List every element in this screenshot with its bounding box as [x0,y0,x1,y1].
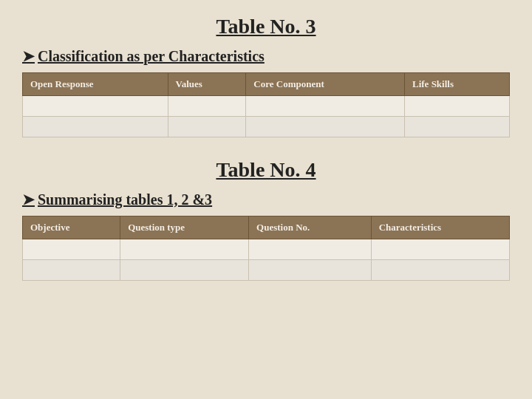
table4-section: Table No. 4 Summarising tables 1, 2 &3 O… [22,151,510,287]
table4-r2c2 [120,260,249,281]
table3-r2c3 [246,117,405,137]
table3-header-row: Open Response Values Core Component Life… [23,73,510,96]
table4-r2c3 [249,260,372,281]
table3-r2c1 [23,117,168,137]
table4-r2c1 [23,260,120,281]
table3: Open Response Values Core Component Life… [22,72,510,137]
table3-col-3: Core Component [246,73,405,96]
table4-r1c1 [23,239,120,260]
table3-r2c4 [405,117,510,137]
table4-r2c4 [371,260,509,281]
table3-section: Table No. 3 Classification as per Charac… [22,7,510,143]
table4-r1c2 [120,239,249,260]
table3-col-2: Values [168,73,246,96]
table3-r2c2 [168,117,246,137]
table4: Objective Question type Question No. Cha… [22,216,510,281]
table-row [23,96,510,117]
table3-col-1: Open Response [23,73,168,96]
table4-col-3: Question No. [249,216,372,239]
table4-r1c3 [249,239,372,260]
table4-heading: Summarising tables 1, 2 &3 [22,191,510,208]
table3-r1c3 [246,96,405,117]
table3-title: Table No. 3 [22,15,510,38]
table3-r1c2 [168,96,246,117]
table-row [23,260,510,281]
table3-col-4: Life Skills [405,73,510,96]
table3-r1c1 [23,96,168,117]
table4-r1c4 [371,239,509,260]
table3-r1c4 [405,96,510,117]
table4-col-2: Question type [120,216,249,239]
table-row [23,117,510,137]
table4-header-row: Objective Question type Question No. Cha… [23,216,510,239]
table4-col-4: Characteristics [371,216,509,239]
table3-heading: Classification as per Characteristics [22,47,510,65]
table-row [23,239,510,260]
table4-title: Table No. 4 [22,158,510,182]
table4-col-1: Objective [23,216,120,239]
